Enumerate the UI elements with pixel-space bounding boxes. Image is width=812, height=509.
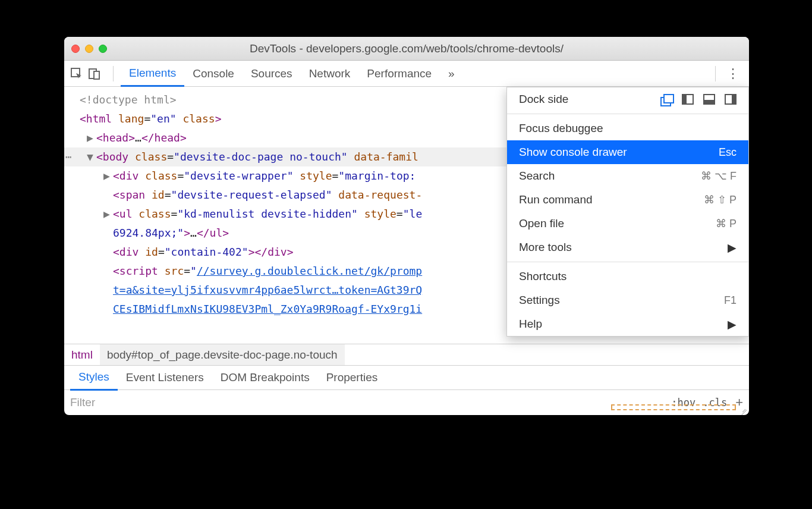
menu-separator bbox=[507, 114, 748, 114]
menu-run-command[interactable]: Run command ⌘ ⇧ P bbox=[507, 188, 748, 212]
shortcut-label: Esc bbox=[719, 146, 737, 159]
shortcut-label: ⌘ P bbox=[716, 217, 737, 230]
tab-elements[interactable]: Elements bbox=[121, 61, 184, 87]
tab-sources[interactable]: Sources bbox=[243, 61, 301, 87]
styles-tabstrip: Styles Event Listeners DOM Breakpoints P… bbox=[64, 365, 749, 390]
styles-filter-input[interactable] bbox=[70, 396, 668, 409]
titlebar: DevTools - developers.google.com/web/too… bbox=[64, 37, 749, 61]
menu-more-tools[interactable]: More tools ▶ bbox=[507, 235, 748, 259]
menu-shortcuts[interactable]: Shortcuts bbox=[507, 265, 748, 288]
toolbar-separator bbox=[113, 66, 114, 81]
dock-bottom-icon[interactable] bbox=[703, 94, 715, 105]
menu-focus-debuggee[interactable]: Focus debuggee bbox=[507, 117, 748, 140]
menu-dock-side-label: Dock side bbox=[519, 93, 568, 106]
tab-performance[interactable]: Performance bbox=[358, 61, 440, 87]
crumb-body[interactable]: body#top_of_page.devsite-doc-page.no-tou… bbox=[100, 344, 345, 365]
resize-corner-icon bbox=[739, 406, 748, 414]
menu-settings[interactable]: Settings F1 bbox=[507, 288, 748, 312]
traffic-lights bbox=[71, 45, 107, 53]
shortcut-label: ⌘ ⇧ P bbox=[704, 193, 737, 206]
close-window-button[interactable] bbox=[71, 45, 80, 53]
styles-filter-row: :hov .cls + bbox=[64, 390, 749, 415]
inspect-element-icon[interactable] bbox=[70, 67, 83, 80]
main-menu-dropdown: Dock side Focus debuggee Show console dr… bbox=[506, 87, 749, 337]
svg-rect-2 bbox=[94, 71, 99, 79]
breadcrumb-bar: html body#top_of_page.devsite-doc-page.n… bbox=[64, 344, 749, 365]
menu-separator bbox=[507, 262, 748, 262]
menu-open-file[interactable]: Open file ⌘ P bbox=[507, 212, 748, 235]
submenu-arrow-icon: ▶ bbox=[728, 241, 737, 254]
window-title: DevTools - developers.google.com/web/too… bbox=[64, 42, 749, 55]
tab-console[interactable]: Console bbox=[184, 61, 243, 87]
subtab-event-listeners[interactable]: Event Listeners bbox=[118, 365, 212, 390]
tab-network[interactable]: Network bbox=[301, 61, 359, 87]
subtab-properties[interactable]: Properties bbox=[318, 365, 386, 390]
dock-right-icon[interactable] bbox=[725, 94, 737, 105]
dock-options bbox=[660, 94, 737, 105]
menu-help[interactable]: Help ▶ bbox=[507, 312, 748, 336]
tabs-overflow[interactable]: » bbox=[440, 61, 463, 87]
main-menu-button[interactable]: ⋮ bbox=[723, 66, 743, 81]
shortcut-label: F1 bbox=[724, 294, 737, 307]
device-toolbar-icon[interactable] bbox=[88, 67, 101, 80]
minimize-window-button[interactable] bbox=[85, 45, 93, 53]
menu-dock-side: Dock side bbox=[507, 87, 748, 111]
devtools-window: DevTools - developers.google.com/web/too… bbox=[64, 37, 749, 415]
submenu-arrow-icon: ▶ bbox=[728, 318, 737, 331]
menu-show-console-drawer[interactable]: Show console drawer Esc bbox=[507, 140, 748, 164]
subtab-styles[interactable]: Styles bbox=[70, 366, 118, 391]
shortcut-label: ⌘ ⌥ F bbox=[701, 169, 737, 183]
highlight-indicator bbox=[611, 404, 736, 410]
dock-undock-icon[interactable] bbox=[660, 94, 672, 105]
menu-search[interactable]: Search ⌘ ⌥ F bbox=[507, 164, 748, 188]
crumb-html[interactable]: html bbox=[64, 344, 100, 365]
dock-left-icon[interactable] bbox=[682, 94, 694, 105]
toolbar-separator bbox=[715, 66, 716, 81]
subtab-dom-breakpoints[interactable]: DOM Breakpoints bbox=[212, 365, 318, 390]
zoom-window-button[interactable] bbox=[99, 45, 107, 53]
main-toolbar: Elements Console Sources Network Perform… bbox=[64, 61, 749, 87]
